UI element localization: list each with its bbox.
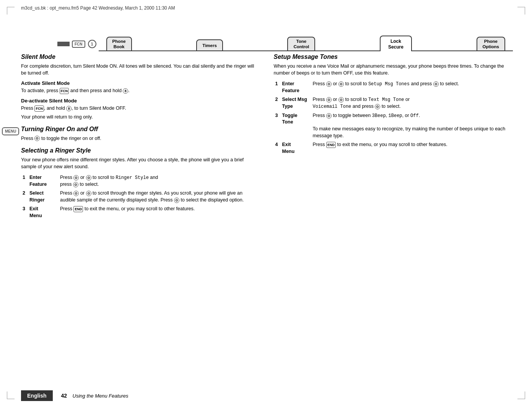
up-btn-1: ⊙	[73, 175, 79, 180]
msg-step-1-label: EnterFeature	[281, 80, 311, 95]
msg-step-3: 3 ToggleTone Press ⊙ to toggle between 3…	[274, 111, 511, 140]
down-btn-1: ⊙	[86, 175, 91, 180]
tab-lock-secure[interactable]: Lock Secure	[380, 36, 412, 51]
silent-mode-title: Silent Mode	[21, 54, 259, 60]
page-info: 42 Using the Menu Features	[61, 393, 129, 399]
ringer-step-3: 3 ExitMenu Press END to exit the menu, o…	[21, 205, 259, 220]
msg-step-2-num: 2	[274, 95, 281, 111]
toggle-btn: ⊙	[34, 136, 40, 141]
left-column: MENU Silent Mode For complete discretion…	[21, 54, 259, 372]
off-code: Off	[410, 113, 419, 119]
step-3-num: 3	[21, 205, 28, 220]
selecting-ringer-section: Selecting a Ringer Style Your new phone …	[21, 147, 259, 221]
msg-step-4: 4 ExitMenu Press END to exit the menu, o…	[274, 140, 511, 156]
setup-msg-tones-title: Setup Message Tones	[274, 54, 511, 60]
msg-step-4-label: ExitMenu	[281, 140, 311, 156]
tab-nav-container: Phone Book Timers Tone Control	[99, 36, 513, 51]
tabs-row: Phone Book Timers Tone Control	[99, 36, 513, 51]
step-2-desc: Press ⊙ or ⊙ to scroll through the ringe…	[59, 189, 259, 205]
connector-2	[223, 50, 288, 51]
bottom-bar: English 42 Using the Menu Features	[0, 385, 532, 406]
step-1-label: EnterFeature	[28, 173, 59, 189]
ringer-steps-table: 1 EnterFeature Press ⊙ or ⊙ to scroll to…	[21, 173, 259, 220]
setup-msg-tones-body: When you receive a new Voice Mail or alp…	[274, 63, 511, 76]
menu-button[interactable]: MENU	[2, 128, 19, 134]
language-badge: English	[21, 390, 53, 401]
turning-ringer-section: Turning Ringer On and Off Press ⊙ to tog…	[21, 126, 259, 142]
up-btn-r2: ⊙	[326, 97, 332, 102]
tab-phone-options-box[interactable]: Phone Options	[477, 37, 505, 51]
silent-mode-section: Silent Mode For complete discretion, tur…	[21, 54, 259, 120]
select-btn-1: ⊙	[73, 182, 78, 187]
fcn-inline-btn2: FCN	[34, 106, 44, 112]
post-tab-line	[505, 50, 513, 51]
nav-left-line	[57, 42, 70, 46]
page-label: Using the Menu Features	[73, 393, 129, 399]
msg-step-4-desc: Press END to exit the menu, or you may s…	[311, 140, 511, 156]
select-btn-r3: ⊙	[326, 113, 332, 119]
setup-msg-tones-section: Setup Message Tones When you receive a n…	[274, 54, 511, 156]
select-btn-2: ⊙	[174, 198, 179, 203]
text-msg-code: Text Msg Tone	[368, 97, 404, 102]
step-3-desc: Press END to exit the menu, or you may s…	[59, 205, 259, 220]
msg-step-2-label: Select MsgType	[281, 95, 311, 111]
step-2-label: SelectRinger	[28, 189, 59, 205]
tab-tone-control[interactable]: Tone Control	[287, 37, 315, 51]
step-1-num: 1	[21, 173, 28, 189]
tab-tone-control-label2: Control	[293, 44, 309, 50]
tab-phone-book[interactable]: Phone Book	[106, 37, 132, 51]
silent-mode-body: For complete discretion, turn Silent Mod…	[21, 63, 259, 76]
1beep-code: 1Beep	[389, 113, 402, 119]
fcn-inline-btn: FCN	[60, 88, 69, 94]
turning-ringer-title: Turning Ringer On and Off	[21, 126, 259, 133]
ringer-step-2: 2 SelectRinger Press ⊙ or ⊙ to scroll th…	[21, 189, 259, 205]
eight-btn2: 8	[66, 106, 72, 111]
tab-phone-book-label1: Phone	[112, 39, 126, 44]
corner-mark-tl	[7, 7, 15, 15]
up-btn-2: ⊙	[73, 191, 79, 196]
right-column: Setup Message Tones When you receive a n…	[274, 54, 511, 372]
connector-1	[132, 50, 197, 51]
tab-timers-label: Timers	[202, 42, 217, 50]
selecting-ringer-title: Selecting a Ringer Style	[21, 147, 259, 154]
setup-msg-code: Setup Msg Tones	[368, 81, 410, 87]
tab-lock-secure-label1: Lock	[388, 39, 403, 44]
end-btn-r4: END	[326, 142, 336, 148]
select-btn-r2: ⊙	[375, 104, 380, 109]
ringer-style-code: Ringer Style	[116, 175, 148, 180]
main-content: MENU Silent Mode For complete discretion…	[21, 54, 511, 372]
connector-4	[412, 50, 477, 51]
down-btn-r1: ⊙	[338, 81, 344, 87]
tab-phone-options[interactable]: Phone Options	[477, 37, 505, 51]
tab-phone-options-label2: Options	[483, 44, 499, 50]
tab-tone-control-box[interactable]: Tone Control	[287, 37, 315, 51]
tab-lock-secure-label2: Secure	[388, 44, 403, 50]
pre-tab-line	[99, 50, 106, 51]
down-btn-r2: ⊙	[338, 97, 344, 102]
fcn-button-group: FCN 1	[57, 40, 96, 48]
tab-phone-book-label2: Book	[112, 44, 126, 50]
connector-3	[315, 50, 380, 51]
tab-phone-book-box[interactable]: Phone Book	[106, 37, 132, 51]
selecting-ringer-body: Your new phone offers nine different rin…	[21, 156, 259, 170]
file-header: m3cd_us.bk : opt_menu.fm5 Page 42 Wednes…	[21, 5, 175, 11]
tab-tone-control-label1: Tone	[293, 39, 309, 44]
msg-step-3-desc: Press ⊙ to toggle between 3Beep, 1Beep, …	[311, 111, 511, 140]
deactivate-silent-text1: Press FCN, and hold 8, to turn Silent Mo…	[21, 105, 259, 112]
tab-lock-secure-box[interactable]: Lock Secure	[380, 36, 412, 51]
page-number: 42	[61, 393, 67, 399]
msg-step-3-label: ToggleTone	[281, 111, 311, 140]
nav-tabs-area: FCN 1 Phone Book Timers	[57, 24, 513, 51]
tab-phone-options-label1: Phone	[483, 39, 499, 44]
tab-timers[interactable]: Timers	[196, 39, 223, 51]
tab-timers-box[interactable]: Timers	[196, 39, 223, 51]
voicemail-code: Voicemail Tone	[313, 104, 351, 109]
msg-tones-steps-table: 1 EnterFeature Press ⊙ or ⊙ to scroll to…	[274, 80, 511, 156]
menu-btn-label: MENU	[2, 127, 19, 135]
down-btn-2: ⊙	[86, 191, 91, 196]
msg-step-3-num: 3	[274, 111, 281, 140]
num-one-button: 1	[88, 40, 96, 48]
ringer-step-1: 1 EnterFeature Press ⊙ or ⊙ to scroll to…	[21, 173, 259, 189]
msg-step-1-desc: Press ⊙ or ⊙ to scroll to Setup Msg Tone…	[311, 80, 511, 95]
activate-silent-heading: Activate Silent Mode	[21, 80, 259, 86]
